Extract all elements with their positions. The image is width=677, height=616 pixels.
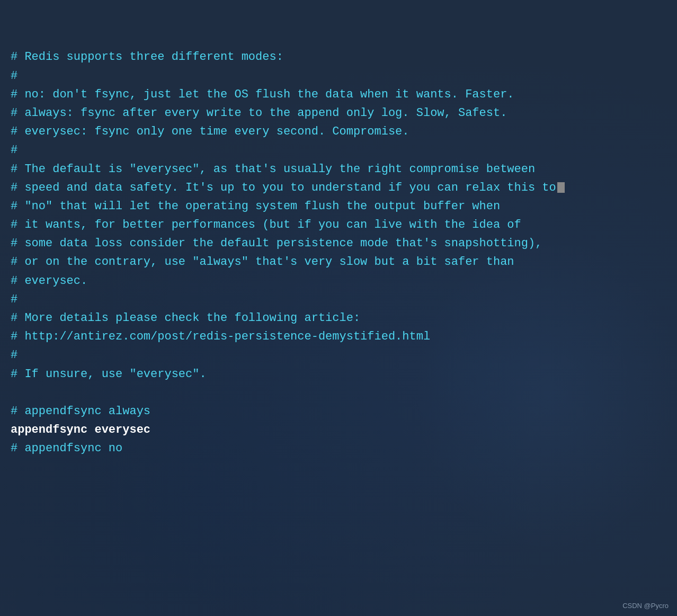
- code-line: # some data loss consider the default pe…: [11, 234, 666, 253]
- code-line: # If unsure, use "everysec".: [11, 365, 666, 383]
- code-line: # or on the contrary, use "always" that'…: [11, 253, 666, 271]
- code-line: appendfsync everysec: [11, 421, 666, 439]
- code-line: # speed and data safety. It's up to you …: [11, 178, 666, 197]
- code-block: # Redis supports three different modes:#…: [0, 0, 677, 469]
- code-line: # everysec: fsync only one time every se…: [11, 122, 666, 141]
- code-line: #: [11, 141, 666, 159]
- text-cursor: [557, 182, 565, 193]
- code-line: #: [11, 346, 666, 364]
- code-line: # appendfsync no: [11, 439, 666, 458]
- code-line: # no: don't fsync, just let the OS flush…: [11, 85, 666, 104]
- code-line: # appendfsync always: [11, 402, 666, 421]
- code-line: # "no" that will let the operating syste…: [11, 197, 666, 216]
- code-line: # http://antirez.com/post/redis-persiste…: [11, 327, 666, 346]
- code-line: [11, 383, 666, 402]
- code-line: # always: fsync after every write to the…: [11, 104, 666, 122]
- code-line: #: [11, 67, 666, 85]
- code-line: # it wants, for better performances (but…: [11, 216, 666, 234]
- code-line: # everysec.: [11, 272, 666, 290]
- watermark-label: CSDN @Pycro: [622, 602, 669, 610]
- code-line: # Redis supports three different modes:: [11, 48, 666, 66]
- code-line: #: [11, 290, 666, 309]
- code-line: # More details please check the followin…: [11, 309, 666, 327]
- code-line: # The default is "everysec", as that's u…: [11, 160, 666, 178]
